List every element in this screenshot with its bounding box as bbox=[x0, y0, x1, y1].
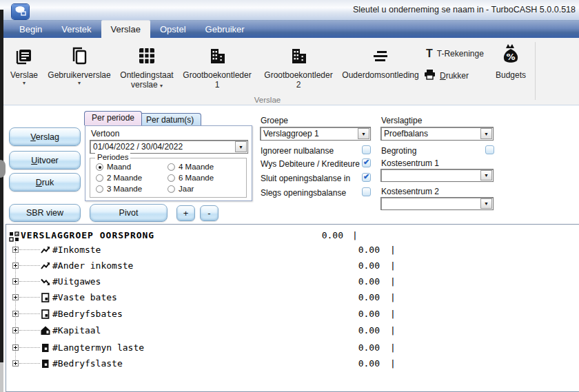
ribbon-separator bbox=[535, 42, 536, 100]
tree-row-label: #Bedryfsbates bbox=[52, 309, 123, 319]
uitvoer-button[interactable]: Uitvoer bbox=[9, 151, 81, 169]
ribbon-label: Ouderdomsontleding bbox=[339, 70, 422, 80]
tree-root-row[interactable]: VERSLAGGROEP OORSPRONG 0.00 | bbox=[6, 228, 577, 243]
begroting-checkbox[interactable] bbox=[485, 145, 494, 154]
plus-button[interactable]: + bbox=[176, 205, 195, 221]
sbr-view-button[interactable]: SBR view bbox=[9, 204, 81, 222]
radio-4-maande[interactable]: 4 Maande bbox=[167, 163, 214, 171]
expand-plus-icon[interactable] bbox=[12, 311, 19, 317]
expand-plus-icon[interactable] bbox=[12, 294, 19, 300]
chevron-down-icon: ▾ bbox=[44, 80, 114, 86]
begroting-label: Begroting bbox=[381, 146, 416, 156]
tree-row-vaste-bates[interactable]: #Vaste bates 0.00 | bbox=[6, 290, 577, 305]
trend-up-icon bbox=[41, 245, 50, 258]
radio-icon[interactable] bbox=[96, 185, 103, 193]
expand-plus-icon[interactable] bbox=[12, 327, 19, 333]
asset-page-icon bbox=[41, 309, 50, 322]
pivot-button[interactable]: Pivot bbox=[90, 204, 167, 222]
ribbon-item-gebruikerverslae[interactable]: Gebruikerverslae ▾ bbox=[44, 41, 114, 86]
ledger-building-icon bbox=[178, 41, 256, 68]
kostesentrum2-label: Kostesentrum 2 bbox=[381, 187, 439, 196]
tree-row-label: #Kapitaal bbox=[52, 325, 101, 336]
minus-button[interactable]: - bbox=[200, 205, 219, 221]
expand-plus-icon[interactable] bbox=[12, 247, 19, 253]
wys-debiteure-checkbox[interactable] bbox=[362, 158, 371, 167]
combo-dropdown-button[interactable]: ▼ bbox=[480, 198, 492, 209]
tree-row-value: 0.00 bbox=[311, 292, 380, 302]
radio-6-maande[interactable]: 6 Maande bbox=[167, 174, 214, 182]
combo-dropdown-button[interactable]: ▼ bbox=[235, 141, 247, 152]
house-icon bbox=[41, 325, 50, 338]
tree-row-value: 0.00 bbox=[311, 342, 380, 353]
ribbon-item-t-rekeninge[interactable]: T T-Rekeninge bbox=[426, 48, 484, 60]
verslag-button[interactable]: Verslag bbox=[9, 127, 81, 146]
app-icon[interactable] bbox=[12, 4, 29, 19]
groepe-value: Verslaggroep 1 bbox=[263, 129, 319, 138]
ribbon-label: Verslae bbox=[4, 70, 44, 80]
ledger-building-icon bbox=[259, 41, 338, 68]
ribbon-item-grootboekontleder-2[interactable]: Grootboekontleder 2 bbox=[259, 41, 338, 90]
menu-tab-verslae[interactable]: Verslae bbox=[101, 21, 150, 38]
tab-per-periode[interactable]: Per periode bbox=[84, 111, 142, 125]
caret-down-icon: ▼ bbox=[484, 201, 489, 206]
svg-text:%: % bbox=[506, 52, 515, 62]
tree-row-bedryfsbates[interactable]: #Bedryfsbates 0.00 | bbox=[6, 307, 577, 322]
ribbon-item-ouderdomsontleding[interactable]: Ouderdomsontleding bbox=[339, 41, 422, 80]
caret-down-icon: ▼ bbox=[238, 145, 243, 149]
radio-icon[interactable] bbox=[167, 163, 175, 171]
menu-tab-gebruiker[interactable]: Gebruiker bbox=[196, 21, 254, 38]
druk-button[interactable]: Druk bbox=[9, 173, 81, 192]
tree-dotted-connector bbox=[19, 249, 40, 250]
ribbon-item-drukker[interactable]: Drukker bbox=[424, 70, 469, 82]
tree-row-kapitaal[interactable]: #Kapitaal 0.00 | bbox=[6, 323, 577, 338]
groepe-combobox[interactable]: Verslaggroep 1 ▼ bbox=[260, 127, 371, 141]
tree-row-uitgawes[interactable]: #Uitgawes 0.00 | bbox=[6, 274, 577, 289]
splitter-grip[interactable] bbox=[0, 160, 6, 178]
expand-plus-icon[interactable] bbox=[12, 360, 19, 367]
radio-icon[interactable] bbox=[167, 185, 175, 193]
asset-page-icon bbox=[41, 292, 50, 305]
expand-plus-icon[interactable] bbox=[12, 278, 19, 285]
vertoon-combobox[interactable]: 01/04/2022 / 30/04/2022 ▼ bbox=[90, 140, 248, 154]
copy-icon bbox=[44, 41, 114, 68]
value-separator: | bbox=[390, 260, 396, 271]
tree-row-value: 0.00 bbox=[311, 309, 380, 319]
tree-row-value: 0.00 bbox=[311, 245, 380, 255]
combo-dropdown-button[interactable]: ▼ bbox=[480, 128, 492, 139]
ribbon-item-grootboekontleder-1[interactable]: Grootboekontleder 1 bbox=[178, 41, 256, 90]
tree-root-label: VERSLAGGROEP OORSPRONG bbox=[21, 230, 154, 240]
lines-icon bbox=[339, 41, 422, 68]
tree-row-ander-inkomste[interactable]: #Ander inkomste 0.00 | bbox=[6, 258, 577, 274]
expand-plus-icon[interactable] bbox=[12, 344, 19, 351]
radio-icon[interactable] bbox=[96, 163, 103, 171]
tree-row-langtermyn-laste[interactable]: #Langtermyn laste 0.00 | bbox=[6, 340, 577, 355]
menu-tab-verstek[interactable]: Verstek bbox=[52, 21, 101, 38]
radio-icon[interactable] bbox=[167, 174, 175, 182]
radio-3-maande[interactable]: 3 Maande bbox=[96, 185, 142, 193]
ribbon-item-ontledingstaat-verslae[interactable]: Ontledingstaat verslae ▾ bbox=[114, 41, 179, 91]
sluit-openingsbalanse-checkbox[interactable] bbox=[362, 173, 371, 182]
expand-plus-icon[interactable] bbox=[12, 262, 19, 269]
ribbon-item-verslae[interactable]: Verslae ▾ bbox=[4, 41, 44, 86]
tree-row-inkomste[interactable]: #Inkomste 0.00 | bbox=[6, 243, 577, 258]
tab-per-datums[interactable]: Per datum(s) bbox=[139, 113, 201, 125]
per-periode-panel: Vertoon 01/04/2022 / 30/04/2022 ▼ Period… bbox=[85, 125, 252, 201]
radio-2-maande[interactable]: 2 Maande bbox=[96, 174, 142, 182]
slegs-openingsbalanse-checkbox[interactable] bbox=[362, 187, 371, 196]
tree-row-bedryfslaste[interactable]: #Bedryfslaste 0.00 | bbox=[6, 356, 577, 371]
kostesentrum2-combobox[interactable]: ▼ bbox=[380, 197, 494, 210]
verslagtipe-combobox[interactable]: Proefbalans ▼ bbox=[380, 127, 494, 141]
ignoreer-nulbalanse-checkbox[interactable] bbox=[362, 145, 371, 154]
combo-dropdown-button[interactable]: ▼ bbox=[480, 170, 492, 180]
radio-icon[interactable] bbox=[96, 174, 103, 182]
value-separator: | bbox=[390, 292, 396, 302]
tree-dotted-connector bbox=[19, 297, 40, 298]
radio-jaar[interactable]: Jaar bbox=[167, 185, 194, 193]
radio-maand[interactable]: Maand bbox=[96, 163, 131, 171]
menu-tab-begin[interactable]: Begin bbox=[10, 21, 52, 38]
ribbon-item-budgets[interactable]: % Budgets bbox=[489, 41, 532, 80]
kostesentrum1-combobox[interactable]: ▼ bbox=[380, 169, 494, 182]
menu-tab-opstel[interactable]: Opstel bbox=[150, 21, 196, 38]
combo-dropdown-button[interactable]: ▼ bbox=[358, 128, 369, 139]
tree-dotted-connector bbox=[19, 347, 40, 348]
